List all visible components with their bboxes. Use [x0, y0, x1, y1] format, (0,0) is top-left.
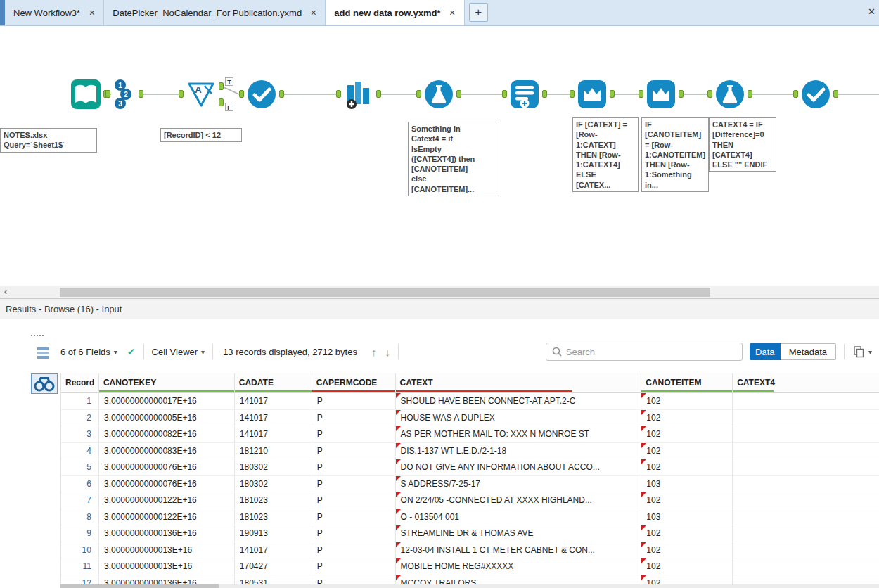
chevron-down-icon[interactable]: ▾ [201, 348, 205, 356]
cell-canotekey[interactable]: 3.00000000000136E+16 [99, 525, 235, 542]
connection-anchor[interactable] [456, 90, 461, 98]
cell-catext4[interactable] [733, 525, 879, 542]
workflow-canvas[interactable]: 1 2 3 A T F [0, 26, 879, 286]
cell-capermcode[interactable]: P [312, 509, 396, 525]
cell-record[interactable]: 8 [61, 509, 99, 525]
table-row[interactable]: 73.00000000000122E+16181023PON 2/24/05 -… [61, 492, 879, 509]
connection-anchor[interactable] [179, 90, 184, 98]
cell-capermcode[interactable]: P [312, 525, 396, 542]
cell-capermcode[interactable]: P [312, 410, 396, 426]
cell-canotekey[interactable]: 3.0000000000013E+16 [99, 542, 235, 558]
column-header-capermcode[interactable]: CAPERMCODE [312, 373, 396, 392]
cell-capermcode[interactable]: P [312, 558, 396, 575]
cell-canoteitem[interactable]: 102 [641, 459, 733, 475]
connection-anchor[interactable] [279, 90, 284, 98]
table-row[interactable]: 33.00000000000082E+16141017PAS PER MOTHE… [61, 426, 879, 443]
annotation-formula-2[interactable]: CATEXT4 = IF [Difference]=0 THEN [CATEXT… [709, 117, 776, 172]
table-row[interactable]: 63.00000000000076E+16180302PS ADDRESS/7-… [61, 476, 879, 493]
cell-cadate[interactable]: 141017 [235, 393, 312, 409]
table-row[interactable]: 23.00000000000005E+16141017PHOUSE WAS A … [61, 410, 879, 427]
cell-capermcode[interactable]: P [312, 393, 396, 409]
table-row[interactable]: 13.00000000000017E+16141017PSHOULD HAVE … [61, 393, 879, 410]
fields-dropdown[interactable]: 6 of 6 Fields [60, 347, 110, 357]
cell-catext[interactable]: DIS.1-137 WT L.E.D./2-1-18 [396, 443, 642, 459]
cell-catext[interactable]: AS PER MOTHER MAIL TO: XXX N MONROE ST [396, 426, 642, 442]
cell-cadate[interactable]: 181023 [235, 509, 312, 525]
cell-cadate[interactable]: 170427 [235, 558, 312, 575]
cell-canotekey[interactable]: 3.00000000000076E+16 [99, 459, 235, 475]
connection-anchor[interactable] [336, 90, 341, 98]
column-header-cadate[interactable]: CADATE [235, 373, 312, 392]
cell-canotekey[interactable]: 3.00000000000076E+16 [99, 476, 235, 492]
cell-cadate[interactable]: 181210 [235, 443, 312, 459]
cell-record[interactable]: 3 [61, 426, 99, 442]
chevron-down-icon[interactable]: ▾ [868, 348, 872, 356]
table-row[interactable]: 53.00000000000076E+16180302PDO NOT GIVE … [61, 459, 879, 476]
cell-capermcode[interactable]: P [312, 492, 396, 509]
tool-formula-2[interactable] [714, 79, 745, 110]
connection-anchor-false[interactable] [219, 98, 224, 106]
close-icon[interactable]: ✕ [310, 8, 316, 18]
canvas-hscrollbar[interactable]: ‹ [0, 286, 879, 298]
cell-canoteitem[interactable]: 102 [641, 393, 733, 409]
cell-canoteitem[interactable]: 102 [641, 558, 733, 575]
annotation-formula-1[interactable]: Something in Catext4 = if IsEmpty ([CATE… [408, 122, 499, 196]
cell-catext4[interactable] [733, 459, 879, 475]
cell-record[interactable]: 4 [61, 443, 99, 459]
cell-capermcode[interactable]: P [312, 459, 396, 475]
up-arrow-button[interactable]: ↑ [371, 346, 377, 358]
search-input[interactable] [566, 347, 736, 357]
close-icon[interactable]: ✕ [89, 8, 95, 18]
column-header-record[interactable]: Record [61, 373, 99, 392]
cell-catext[interactable]: STREAMLINE DR & THOMAS AVE [396, 525, 642, 542]
cell-canoteitem[interactable]: 102 [641, 426, 733, 442]
metadata-tab-button[interactable]: Metadata [781, 343, 836, 360]
cell-record[interactable]: 2 [61, 410, 99, 426]
cell-canoteitem[interactable]: 102 [641, 443, 733, 459]
table-row[interactable]: 93.00000000000136E+16190913PSTREAMLINE D… [61, 525, 879, 542]
close-icon[interactable]: ✕ [449, 8, 456, 18]
cell-canotekey[interactable]: 3.00000000000017E+16 [99, 393, 235, 409]
results-layout-button[interactable] [34, 343, 52, 362]
column-header-catext4[interactable]: CATEXT4 [733, 373, 879, 392]
tool-multi-row-formula-2[interactable] [646, 79, 676, 110]
tool-formula-1[interactable] [423, 79, 454, 110]
cell-catext[interactable]: 12-03-04 INSTALL 1 CT METER CABNET & CON… [396, 542, 642, 558]
connection-anchor[interactable] [793, 90, 798, 98]
connection-anchor[interactable] [639, 90, 643, 98]
cell-catext[interactable]: HOUSE WAS A DUPLEX [396, 410, 642, 426]
cell-cadate[interactable]: 141017 [235, 410, 312, 426]
tab-well-close-icon[interactable]: ✕ [868, 6, 875, 17]
tool-record-id[interactable]: 1 2 3 [113, 79, 136, 110]
connection-anchor[interactable] [502, 90, 507, 98]
tab-datepicker-nocalendar[interactable]: DatePicker_NoCalendar_For Publication.yx… [104, 0, 326, 25]
cell-catext4[interactable] [733, 492, 879, 509]
cell-viewer-dropdown[interactable]: Cell Viewer [152, 347, 198, 357]
tool-unique-2[interactable] [800, 79, 831, 110]
annotation-multirow-2[interactable]: IF [CANOTEITEM] = [Row- 1:CANOTEITEM] TH… [641, 117, 709, 192]
scroll-thumb[interactable] [60, 288, 710, 297]
cell-capermcode[interactable]: P [312, 542, 396, 558]
cell-catext[interactable]: S ADDRESS/7-25-17 [396, 476, 642, 492]
cell-canoteitem[interactable]: 102 [641, 542, 733, 558]
cell-canotekey[interactable]: 3.00000000000122E+16 [99, 509, 235, 525]
connection-anchor[interactable] [679, 90, 684, 98]
connection-anchor-true[interactable] [219, 82, 224, 90]
cell-canotekey[interactable]: 3.0000000000013E+16 [99, 558, 235, 575]
cell-cadate[interactable]: 180302 [235, 459, 312, 475]
tool-filter[interactable]: A T F [186, 79, 217, 110]
cell-canotekey[interactable]: 3.00000000000082E+16 [99, 426, 235, 442]
table-row[interactable]: 43.00000000000083E+16181210PDIS.1-137 WT… [61, 443, 879, 460]
cell-cadate[interactable]: 180302 [235, 476, 312, 492]
tool-unique[interactable] [246, 79, 277, 110]
cell-catext4[interactable] [733, 558, 879, 575]
cell-catext[interactable]: O - 013504 001 [396, 509, 642, 525]
connection-anchor[interactable] [239, 90, 244, 98]
cell-canoteitem[interactable]: 102 [641, 525, 733, 542]
cell-canotekey[interactable]: 3.00000000000083E+16 [99, 443, 235, 459]
cell-catext[interactable]: ON 2/24/05 -CONNECTED AT XXXX HIGHLAND..… [396, 492, 642, 509]
new-tab-button[interactable]: + [469, 3, 488, 22]
cell-cadate[interactable]: 190913 [235, 525, 312, 542]
tool-generate-rows[interactable] [509, 79, 540, 110]
cell-canotekey[interactable]: 3.00000000000005E+16 [99, 410, 235, 426]
